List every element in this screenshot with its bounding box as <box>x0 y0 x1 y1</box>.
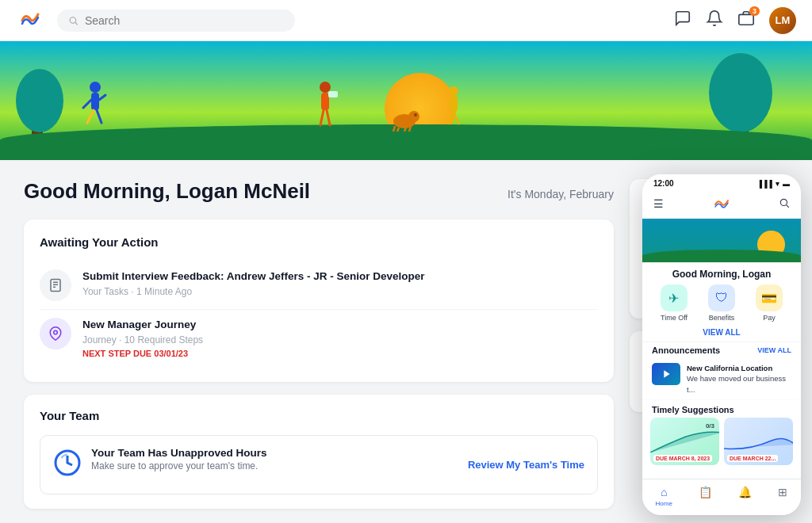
phone-ann-subtitle: We have moved our business t... <box>687 373 791 395</box>
svg-line-25 <box>454 112 459 124</box>
tree-canopy-left <box>16 69 63 132</box>
phone-nav-home[interactable]: ⌂ Home <box>656 486 672 507</box>
svg-point-16 <box>408 111 419 122</box>
phone-announcements-title: Announcements <box>652 345 720 355</box>
phone-notifications-icon: 🔔 <box>738 486 752 498</box>
menu-grid-icon: ⊞ <box>778 486 787 498</box>
due-label-1: DUE MARCH 8, 2023 <box>653 455 712 462</box>
search-bar <box>57 10 295 32</box>
avatar[interactable]: LM <box>769 7 796 34</box>
unapproved-hours-item[interactable]: Your Team Has Unapproved Hours Make sure… <box>40 435 598 494</box>
svg-line-24 <box>448 112 454 124</box>
briefcase-button[interactable]: 3 <box>737 10 755 31</box>
phone-bottom-nav: ⌂ Home 📋 🔔 ⊞ <box>642 479 801 515</box>
action-item-1[interactable]: Submit Interview Feedback: Andrew Jeffer… <box>40 262 598 310</box>
home-icon: ⌂ <box>661 486 667 498</box>
svg-rect-23 <box>450 96 458 112</box>
svg-rect-12 <box>328 91 338 97</box>
phone-app-time-off[interactable]: ✈ Time Off <box>661 284 688 322</box>
figure-walker <box>440 83 468 138</box>
phone-nav-menu[interactable]: ⊞ <box>778 486 787 507</box>
svg-line-2 <box>75 22 78 25</box>
team-text: Your Team Has Unapproved Hours Make sure… <box>91 447 267 471</box>
figure-runner <box>79 79 111 138</box>
svg-line-19 <box>397 128 399 132</box>
nav-icons: 3 LM <box>674 7 796 34</box>
phone-nav-tasks[interactable]: 📋 <box>699 486 712 507</box>
benefits-icon: 🛡 <box>708 284 735 311</box>
awaiting-action-title: Awaiting Your Action <box>40 235 598 249</box>
phone-nav: ☰ <box>642 191 801 219</box>
phone-search-icon[interactable] <box>779 197 790 211</box>
your-team-title: Your Team <box>40 409 598 422</box>
phone-announcement-item[interactable]: New California Location We have moved ou… <box>642 358 801 400</box>
benefits-label: Benefits <box>709 314 735 322</box>
action-item-1-title: Submit Interview Feedback: Andrew Jeffer… <box>82 269 425 284</box>
pay-label: Pay <box>763 314 776 322</box>
left-column: Good Morning, Logan McNeil It's Monday, … <box>24 179 614 504</box>
svg-rect-11 <box>321 93 329 110</box>
phone-greeting: Good Morning, Logan <box>642 262 801 284</box>
phone-nav-notifications[interactable]: 🔔 <box>738 486 752 507</box>
phone-chart-card-2[interactable]: DUE MARCH 22... <box>724 418 793 465</box>
phone-nav-home-label: Home <box>656 500 672 507</box>
phone-ann-text-block: New California Location We have moved ou… <box>687 363 791 395</box>
phone-view-all-link[interactable]: VIEW ALL <box>642 328 801 342</box>
svg-line-34 <box>787 204 789 207</box>
search-input[interactable] <box>85 14 284 27</box>
review-team-time-link[interactable]: Review My Team's Time <box>468 459 584 471</box>
phone-announcements-header: Announcements VIEW ALL <box>642 342 801 358</box>
phone-suggestions-title: Timely Suggestions <box>642 400 801 418</box>
svg-point-17 <box>414 113 417 116</box>
notifications-button[interactable] <box>706 10 723 31</box>
search-icon <box>68 15 79 26</box>
svg-point-33 <box>780 199 787 205</box>
svg-line-7 <box>99 95 105 100</box>
svg-rect-5 <box>91 93 99 110</box>
location-icon <box>40 318 71 349</box>
unapproved-subtitle: Make sure to approve your team's time. <box>91 460 267 471</box>
badge-count: 3 <box>749 6 760 16</box>
wifi-icon: ▾ <box>776 180 779 188</box>
team-item-left: Your Team Has Unapproved Hours Make sure… <box>53 447 267 483</box>
phone-time: 12:00 <box>653 179 674 188</box>
action-item-2-title: New Manager Journey <box>82 318 203 333</box>
greeting-row: Good Morning, Logan McNeil It's Monday, … <box>24 179 614 204</box>
phone-chart-area: 0/3 DUE MARCH 8, 2023 DUE MARCH 22... <box>642 418 801 470</box>
action-item-2-text: New Manager Journey Journey · 10 Require… <box>82 318 203 358</box>
workday-logo[interactable] <box>16 5 57 36</box>
phone-hero <box>642 219 801 262</box>
phone-menu-icon[interactable]: ☰ <box>653 197 664 210</box>
phone-ann-thumb <box>652 363 680 385</box>
phone-app-benefits[interactable]: 🛡 Benefits <box>708 284 735 322</box>
phone-logo <box>712 194 731 213</box>
action-item-2-subtitle: Journey · 10 Required Steps <box>82 334 203 345</box>
svg-rect-3 <box>739 14 753 25</box>
tasks-icon: 📋 <box>699 486 712 498</box>
action-item-2[interactable]: New Manager Journey Journey · 10 Require… <box>40 310 598 366</box>
action-item-1-text: Submit Interview Feedback: Andrew Jeffer… <box>82 269 425 297</box>
time-off-label: Time Off <box>661 314 688 322</box>
phone-ann-view-all[interactable]: VIEW ALL <box>757 346 791 354</box>
battery-icon: ▬ <box>783 180 790 188</box>
unapproved-title: Your Team Has Unapproved Hours <box>91 447 267 459</box>
action-item-1-subtitle: Your Tasks · 1 Minute Ago <box>82 286 425 297</box>
svg-point-22 <box>449 86 458 96</box>
svg-line-9 <box>97 110 102 123</box>
svg-point-30 <box>54 330 58 334</box>
svg-line-6 <box>83 100 91 108</box>
date-text: It's Monday, February <box>508 188 614 200</box>
phone-app-pay[interactable]: 💳 Pay <box>756 284 783 322</box>
svg-line-14 <box>327 110 330 125</box>
document-icon <box>40 269 71 301</box>
phone-status-bar: 12:00 ▐▐▐ ▾ ▬ <box>642 174 801 191</box>
figure-reader <box>309 79 341 138</box>
phone-chart-card-1[interactable]: 0/3 DUE MARCH 8, 2023 <box>650 418 719 465</box>
phone-status-icons: ▐▐▐ ▾ ▬ <box>757 180 790 188</box>
svg-line-8 <box>87 110 94 123</box>
chat-button[interactable] <box>674 10 691 31</box>
hero-banner <box>0 41 812 160</box>
clock-icon <box>53 449 82 483</box>
svg-point-10 <box>320 82 331 93</box>
tree-canopy-right <box>709 53 772 132</box>
